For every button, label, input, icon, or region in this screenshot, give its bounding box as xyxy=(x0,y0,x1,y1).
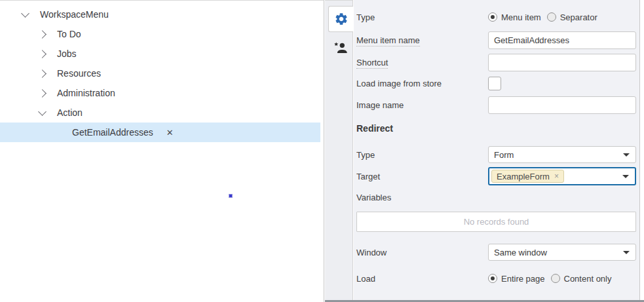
load-image-from-store-checkbox[interactable] xyxy=(488,77,501,90)
chevron-down-icon xyxy=(622,175,629,178)
menu-item-name-input[interactable] xyxy=(488,31,636,49)
close-icon[interactable]: ✕ xyxy=(166,128,174,137)
target-label: Target xyxy=(356,172,488,181)
radio-unselected-icon[interactable] xyxy=(547,12,556,22)
properties-tab-strip xyxy=(325,0,353,302)
tab-settings[interactable] xyxy=(328,6,353,32)
radio-label: Menu item xyxy=(501,12,541,22)
chevron-down-icon xyxy=(623,153,630,157)
target-tag-label: ExampleForm xyxy=(497,172,550,181)
redirect-type-select[interactable]: Form xyxy=(488,146,636,163)
image-name-label: Image name xyxy=(356,100,488,110)
chevron-right-icon[interactable] xyxy=(38,69,47,78)
image-name-input[interactable] xyxy=(488,96,636,114)
chevron-down-icon[interactable] xyxy=(38,107,47,116)
tree-item-administration[interactable]: Administration xyxy=(0,83,324,103)
tree-item-label: Administration xyxy=(57,88,115,98)
tree-item-label: WorkspaceMenu xyxy=(40,9,109,20)
type-radio-group: Menu item Separator xyxy=(488,12,636,22)
window-select[interactable]: Same window xyxy=(488,244,636,261)
radio-separator[interactable]: Separator xyxy=(547,12,597,22)
radio-label: Separator xyxy=(560,12,597,22)
window-label: Window xyxy=(356,248,488,257)
tree-item-label: Resources xyxy=(57,68,101,79)
load-radio-group: Entire page Content only xyxy=(488,274,636,284)
user-star-icon xyxy=(333,41,348,55)
target-select[interactable]: ExampleForm × xyxy=(488,167,636,185)
tree-item-jobs[interactable]: Jobs xyxy=(0,44,324,64)
tree-item-label: To Do xyxy=(57,29,81,39)
chevron-right-icon[interactable] xyxy=(38,30,47,39)
redirect-type-label: Type xyxy=(356,150,488,160)
shortcut-input[interactable] xyxy=(488,54,636,71)
variables-label: Variables xyxy=(356,193,488,202)
tree-item-label: GetEmailAddresses xyxy=(72,127,153,138)
cursor-artifact xyxy=(229,195,232,197)
menu-tree: WorkspaceMenu To Do Jobs Resources Admin… xyxy=(0,1,324,142)
tree-item-getemailaddresses[interactable]: GetEmailAddresses ✕ xyxy=(0,123,320,142)
redirect-type-value: Form xyxy=(494,150,514,160)
radio-label: Entire page xyxy=(501,274,545,284)
chevron-right-icon[interactable] xyxy=(38,50,47,58)
gear-icon xyxy=(334,12,349,26)
redirect-section-title: Redirect xyxy=(356,123,393,134)
radio-label: Content only xyxy=(564,274,612,284)
window-value: Same window xyxy=(494,248,547,257)
variables-empty-state: No records found xyxy=(356,212,636,232)
menu-item-name-label: Menu item name xyxy=(356,35,488,45)
radio-selected-icon[interactable] xyxy=(488,12,497,22)
shortcut-label: Shortcut xyxy=(356,58,488,67)
tree-item-todo[interactable]: To Do xyxy=(0,24,324,44)
remove-tag-icon[interactable]: × xyxy=(554,172,559,181)
tree-item-label: Action xyxy=(57,107,83,118)
chevron-right-icon[interactable] xyxy=(38,89,47,98)
chevron-down-icon xyxy=(623,251,630,254)
navigation-tree-panel: WorkspaceMenu To Do Jobs Resources Admin… xyxy=(0,0,324,302)
target-tag: ExampleForm × xyxy=(491,170,564,183)
radio-selected-icon[interactable] xyxy=(488,274,497,283)
radio-unselected-icon[interactable] xyxy=(551,274,560,283)
load-image-from-store-label: Load image from store xyxy=(356,79,488,88)
load-label: Load xyxy=(356,274,488,284)
tree-item-label: Jobs xyxy=(57,48,77,59)
tree-item-resources[interactable]: Resources xyxy=(0,64,324,83)
radio-content-only[interactable]: Content only xyxy=(551,274,612,284)
menu-item-properties-panel: Type Menu item Separator Menu item name xyxy=(354,0,640,302)
radio-menu-item[interactable]: Menu item xyxy=(488,12,541,22)
tree-item-workspacemenu[interactable]: WorkspaceMenu xyxy=(0,5,324,24)
type-label: Type xyxy=(356,12,488,22)
chevron-down-icon[interactable] xyxy=(21,9,29,18)
radio-entire-page[interactable]: Entire page xyxy=(488,274,545,284)
tree-item-action[interactable]: Action xyxy=(0,103,324,123)
tab-user-permissions[interactable] xyxy=(328,36,352,60)
